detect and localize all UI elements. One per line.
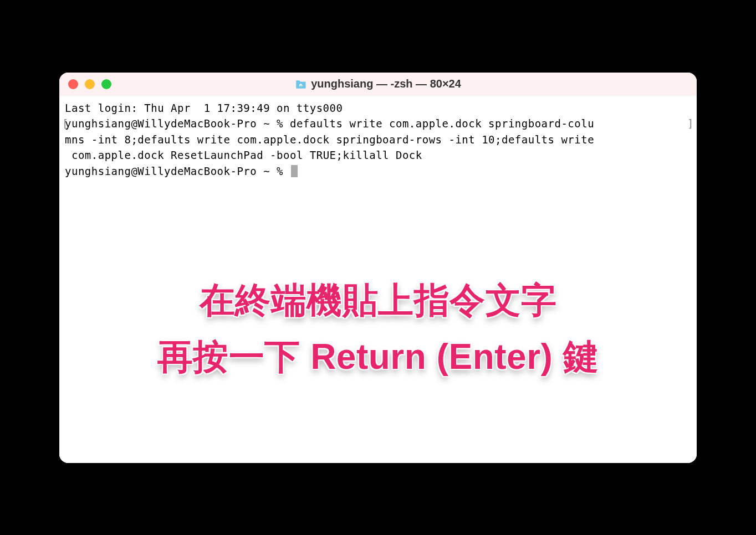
close-button[interactable] bbox=[68, 79, 78, 89]
terminal-body[interactable]: Last login: Thu Apr 1 17:39:49 on ttys00… bbox=[59, 96, 697, 463]
window-title-text: yunghsiang — -zsh — 80×24 bbox=[311, 78, 461, 90]
title-bar: yunghsiang — -zsh — 80×24 bbox=[59, 73, 697, 96]
instruction-line-2: 再按一下 Return (Enter) 鍵 bbox=[59, 328, 697, 385]
maximize-button[interactable] bbox=[101, 79, 111, 89]
command-line-3: com.apple.dock ResetLaunchPad -bool TRUE… bbox=[62, 147, 694, 163]
instruction-overlay: 在終端機貼上指令文字 再按一下 Return (Enter) 鍵 bbox=[59, 272, 697, 385]
terminal-window: yunghsiang — -zsh — 80×24 Last login: Th… bbox=[59, 73, 697, 463]
wrap-bracket-right-icon: ] bbox=[687, 116, 694, 132]
prompt-line: yunghsiang@WillydeMacBook-Pro ~ % bbox=[62, 163, 694, 179]
window-title: yunghsiang — -zsh — 80×24 bbox=[295, 78, 461, 90]
folder-home-icon bbox=[295, 79, 307, 89]
cursor bbox=[291, 165, 298, 177]
traffic-lights bbox=[68, 79, 111, 89]
prompt-text-after: yunghsiang@WillydeMacBook-Pro ~ % bbox=[65, 165, 290, 177]
last-login-line: Last login: Thu Apr 1 17:39:49 on ttys00… bbox=[62, 100, 694, 116]
command-line-1: [yunghsiang@WillydeMacBook-Pro ~ % defau… bbox=[62, 116, 694, 132]
minimize-button[interactable] bbox=[85, 79, 95, 89]
prompt-text: yunghsiang@WillydeMacBook-Pro ~ % bbox=[65, 117, 290, 130]
wrap-bracket-left-icon: [ bbox=[62, 116, 69, 132]
instruction-line-1: 在終端機貼上指令文字 bbox=[59, 272, 697, 328]
command-segment-1: defaults write com.apple.dock springboar… bbox=[290, 117, 594, 130]
command-line-2: mns -int 8;defaults write com.apple.dock… bbox=[62, 132, 694, 148]
